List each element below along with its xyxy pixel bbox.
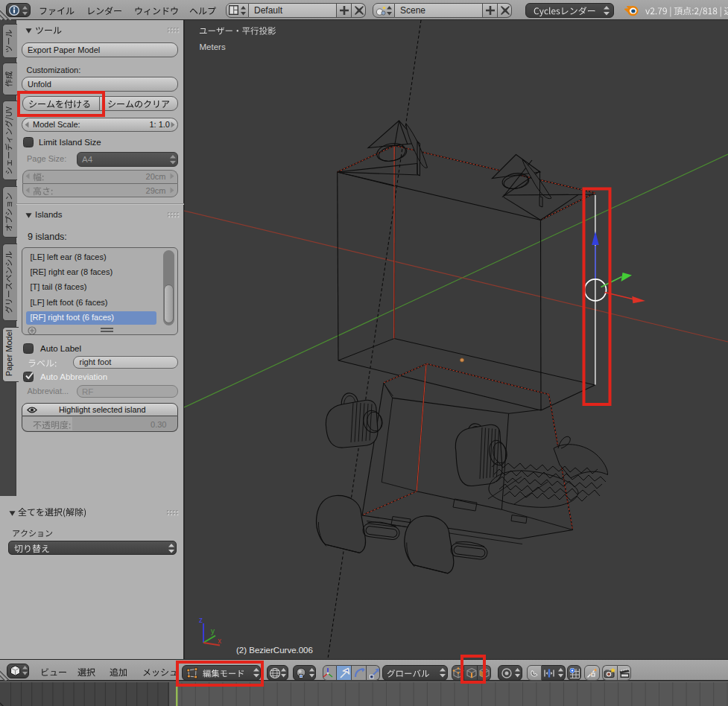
svg-text:y: y [211, 627, 215, 635]
svg-text:x: x [218, 637, 221, 645]
svg-text:z: z [199, 616, 203, 624]
